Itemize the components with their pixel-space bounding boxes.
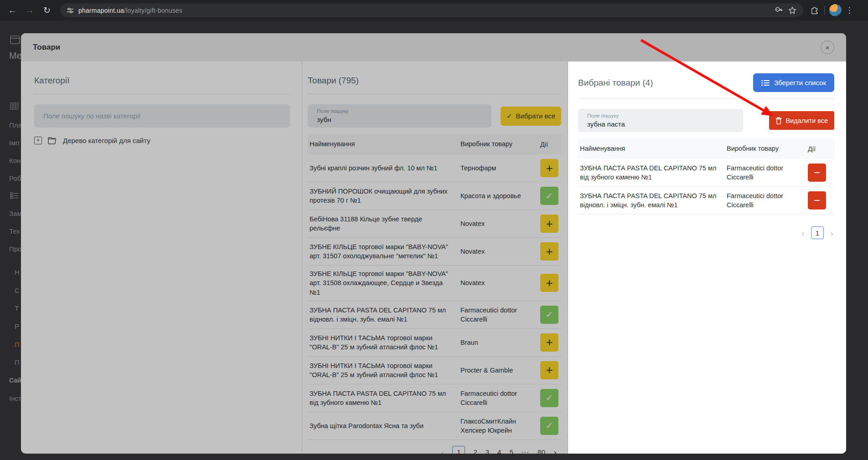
product-manufacturer: Farmaceutici dottor Ciccarelli bbox=[727, 164, 808, 182]
save-list-button[interactable]: Зберегти список bbox=[753, 73, 834, 92]
column-actions: Дії bbox=[808, 145, 834, 153]
profile-avatar[interactable] bbox=[829, 4, 842, 16]
remove-product-button[interactable]: − bbox=[808, 191, 826, 210]
minus-icon: − bbox=[814, 194, 820, 207]
search-field-value: зубна паста bbox=[587, 120, 734, 128]
selected-row: ЗУБНА ПАСТА PASTA DEL CAPITANO 75 мл від… bbox=[578, 187, 834, 215]
table-header: Найменування Виробник товару Дії bbox=[578, 138, 834, 159]
selected-table: Найменування Виробник товару Дії ЗУБНА П… bbox=[578, 138, 834, 215]
selected-pagination: ‹ 1 › bbox=[578, 226, 834, 239]
trash-icon bbox=[775, 117, 782, 124]
list-icon bbox=[761, 80, 770, 86]
column-name: Найменування bbox=[578, 144, 727, 153]
reload-icon[interactable]: ↻ bbox=[39, 3, 55, 18]
selected-search-input[interactable]: Поле пошуку зубна паста bbox=[578, 109, 743, 132]
page-background: Me Пла Імп Кон Роб Зам Тех Про Н С Т Р П… bbox=[0, 20, 868, 460]
delete-all-button[interactable]: Видалити все bbox=[769, 111, 834, 130]
back-icon[interactable]: ← bbox=[5, 3, 20, 18]
prev-page-icon[interactable]: ‹ bbox=[801, 228, 805, 238]
address-bar[interactable]: pharmapoint.ua/loyalty/gift-bonuses bbox=[60, 3, 803, 17]
site-settings-icon[interactable] bbox=[67, 7, 74, 14]
remove-product-button[interactable]: − bbox=[808, 164, 826, 182]
selected-row: ЗУБНА ПАСТА PASTA DEL CAPITANO 75 мл від… bbox=[578, 159, 834, 187]
selected-products-panel: Вибрані товари (4) Зберегти список bbox=[568, 61, 846, 454]
product-name: ЗУБНА ПАСТА PASTA DEL CAPITANO 75 мл від… bbox=[578, 191, 727, 210]
bookmark-star-icon[interactable] bbox=[788, 6, 797, 15]
toolbar-divider bbox=[824, 6, 825, 15]
url-text: pharmapoint.ua/loyalty/gift-bonuses bbox=[78, 7, 182, 14]
forward-icon[interactable]: → bbox=[22, 3, 37, 18]
search-field-label: Поле пошуку bbox=[587, 113, 734, 118]
password-key-icon[interactable] bbox=[774, 6, 783, 15]
selected-title: Вибрані товари (4) bbox=[578, 78, 653, 88]
column-manufacturer: Виробник товару bbox=[727, 144, 808, 153]
next-page-icon[interactable]: › bbox=[830, 228, 833, 238]
product-name: ЗУБНА ПАСТА PASTA DEL CAPITANO 75 мл від… bbox=[578, 164, 727, 182]
product-manufacturer: Farmaceutici dottor Ciccarelli bbox=[727, 191, 808, 210]
extensions-icon[interactable] bbox=[810, 5, 820, 15]
browser-toolbar: ← → ↻ pharmapoint.ua/loyalty/gift-bonuse… bbox=[0, 0, 868, 20]
page-active[interactable]: 1 bbox=[811, 226, 824, 239]
minus-icon: − bbox=[814, 166, 820, 179]
browser-menu-icon[interactable]: ⋮ bbox=[843, 5, 855, 15]
